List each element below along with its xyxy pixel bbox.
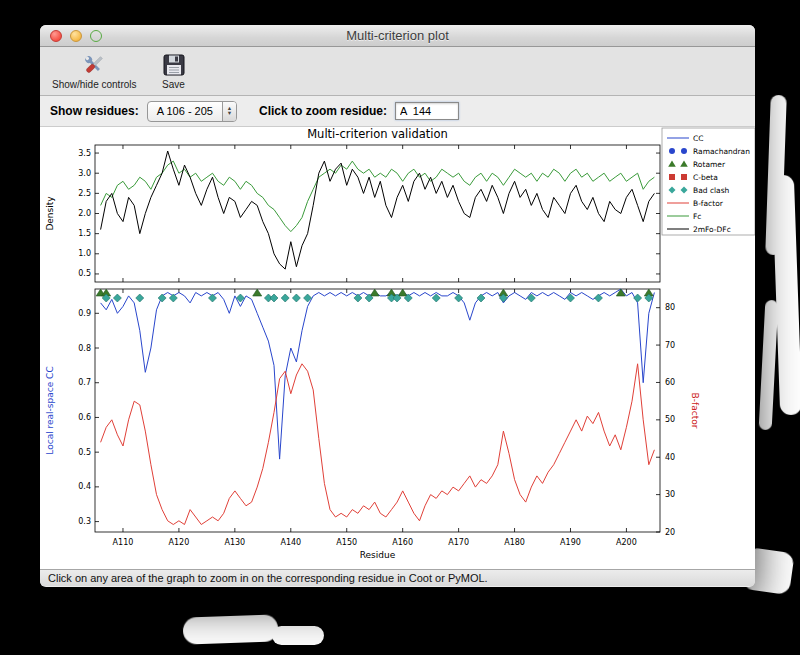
multi-criterion-plot-window: Multi-criterion plot bbox=[40, 25, 755, 587]
svg-text:0.7: 0.7 bbox=[78, 378, 91, 387]
close-button[interactable] bbox=[50, 30, 62, 42]
svg-text:A200: A200 bbox=[616, 538, 637, 547]
svg-text:Density: Density bbox=[45, 196, 55, 231]
minimize-button[interactable] bbox=[70, 30, 82, 42]
window-title: Multi-criterion plot bbox=[346, 28, 449, 43]
svg-text:Multi-criterion validation: Multi-criterion validation bbox=[307, 127, 448, 141]
screen-background: Multi-criterion plot bbox=[0, 0, 800, 655]
svg-text:A190: A190 bbox=[560, 538, 581, 547]
svg-text:1.5: 1.5 bbox=[78, 229, 91, 238]
status-text: Click on any area of the graph to zoom i… bbox=[48, 572, 488, 584]
svg-text:CC: CC bbox=[693, 134, 703, 143]
multi-criterion-chart[interactable]: 0.51.01.52.02.53.03.50.30.40.50.60.70.80… bbox=[40, 127, 755, 569]
svg-text:0.8: 0.8 bbox=[78, 344, 91, 353]
show-residues-label: Show residues: bbox=[50, 104, 139, 118]
svg-text:A130: A130 bbox=[224, 538, 245, 547]
save-label: Save bbox=[162, 79, 185, 90]
svg-text:A120: A120 bbox=[169, 538, 190, 547]
svg-text:2.0: 2.0 bbox=[78, 209, 91, 218]
svg-text:20: 20 bbox=[665, 528, 675, 537]
window-controls bbox=[50, 30, 102, 42]
zoom-window-button[interactable] bbox=[90, 30, 102, 42]
residue-range-select[interactable]: A 106 - 205 ▲▼ bbox=[147, 101, 237, 122]
screen-artifact bbox=[772, 175, 800, 416]
svg-text:Bad clash: Bad clash bbox=[693, 186, 730, 195]
svg-text:3.0: 3.0 bbox=[78, 169, 91, 178]
svg-text:1.0: 1.0 bbox=[78, 249, 91, 258]
svg-text:Local real-space CC: Local real-space CC bbox=[45, 366, 55, 454]
svg-text:A170: A170 bbox=[448, 538, 469, 547]
svg-text:0.5: 0.5 bbox=[78, 448, 91, 457]
svg-text:0.5: 0.5 bbox=[78, 269, 91, 278]
svg-text:A160: A160 bbox=[392, 538, 413, 547]
plot-area: 0.51.01.52.02.53.03.50.30.40.50.60.70.80… bbox=[40, 127, 755, 569]
svg-text:0.6: 0.6 bbox=[78, 413, 91, 422]
show-hide-controls-button[interactable]: Show/hide controls bbox=[48, 50, 141, 92]
toolbar: Show/hide controls Save bbox=[40, 47, 755, 96]
zoom-residue-label: Click to zoom residue: bbox=[259, 104, 387, 118]
zoom-residue-input[interactable] bbox=[395, 102, 459, 120]
svg-text:A180: A180 bbox=[504, 538, 525, 547]
save-icon bbox=[161, 52, 187, 78]
svg-text:0.9: 0.9 bbox=[78, 309, 91, 318]
svg-text:C-beta: C-beta bbox=[693, 173, 718, 182]
svg-text:50: 50 bbox=[665, 415, 675, 424]
title-bar[interactable]: Multi-criterion plot bbox=[40, 25, 755, 47]
svg-text:Residue: Residue bbox=[360, 550, 396, 560]
screen-artifact bbox=[183, 614, 279, 644]
screen-artifact bbox=[759, 300, 779, 431]
svg-text:Fc: Fc bbox=[693, 212, 701, 221]
svg-text:70: 70 bbox=[665, 341, 675, 350]
save-button[interactable]: Save bbox=[157, 50, 191, 92]
controls-bar: Show residues: A 106 - 205 ▲▼ Click to z… bbox=[40, 96, 755, 127]
svg-text:80: 80 bbox=[665, 303, 675, 312]
svg-text:A110: A110 bbox=[113, 538, 134, 547]
svg-text:0.4: 0.4 bbox=[78, 482, 91, 491]
screen-artifact bbox=[272, 626, 324, 645]
stepper-icon: ▲▼ bbox=[222, 102, 236, 121]
svg-text:2mFo-DFc: 2mFo-DFc bbox=[693, 225, 731, 234]
svg-text:30: 30 bbox=[665, 490, 675, 499]
svg-text:60: 60 bbox=[665, 378, 675, 387]
svg-text:A150: A150 bbox=[336, 538, 357, 547]
svg-text:Rotamer: Rotamer bbox=[693, 160, 726, 169]
svg-text:Ramachandran: Ramachandran bbox=[693, 147, 750, 156]
residue-range-value: A 106 - 205 bbox=[148, 102, 222, 121]
svg-text:A140: A140 bbox=[280, 538, 301, 547]
svg-text:0.3: 0.3 bbox=[78, 517, 91, 526]
svg-text:2.5: 2.5 bbox=[78, 189, 91, 198]
svg-text:3.5: 3.5 bbox=[78, 149, 91, 158]
status-bar: Click on any area of the graph to zoom i… bbox=[40, 569, 755, 586]
show-hide-controls-label: Show/hide controls bbox=[52, 79, 137, 90]
svg-text:40: 40 bbox=[665, 453, 675, 462]
svg-text:B-factor: B-factor bbox=[693, 199, 724, 208]
tools-icon bbox=[81, 52, 107, 78]
svg-text:B-factor: B-factor bbox=[690, 393, 700, 429]
